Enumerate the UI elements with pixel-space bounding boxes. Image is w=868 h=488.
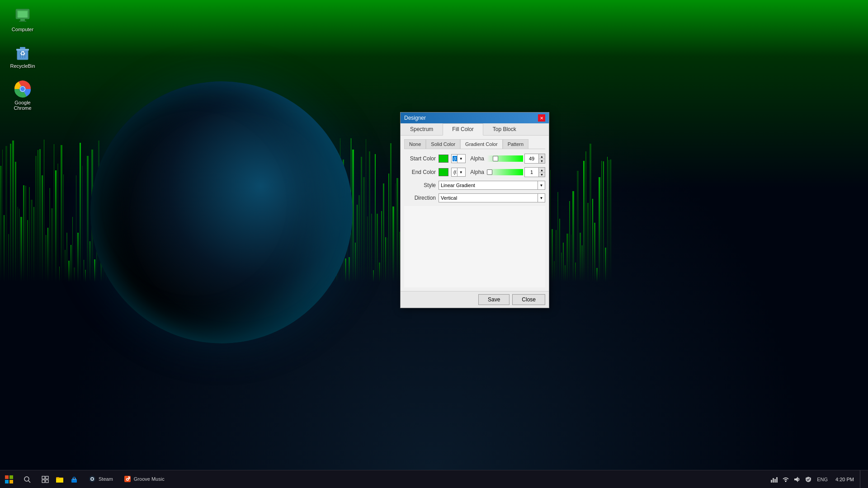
start-color-input[interactable] — [453, 156, 457, 161]
planet — [90, 81, 353, 343]
svg-rect-22 — [42, 480, 45, 483]
current-time: 4:20 PM — [835, 477, 854, 482]
svg-rect-37 — [771, 480, 772, 483]
svg-rect-36 — [129, 477, 130, 479]
end-alpha-value[interactable] — [525, 168, 538, 177]
taskbar: Steam Groove Music — [0, 470, 868, 488]
desktop: Computer ♻ RecycleBin — [0, 0, 868, 470]
sub-tab-none[interactable]: None — [404, 139, 426, 149]
dialog-content-area — [404, 206, 545, 287]
desktop-icon-recycle-bin[interactable]: ♻ RecycleBin — [5, 41, 41, 71]
style-select[interactable]: Linear Gradient Radial Gradient Conical … — [439, 183, 538, 188]
start-alpha-spinbox: ▲ ▼ — [524, 154, 545, 164]
groove-music-icon — [124, 475, 131, 483]
designer-dialog: Designer ✕ Spectrum Fill Color Top Block… — [400, 112, 549, 308]
svg-rect-40 — [776, 477, 778, 483]
svg-point-27 — [73, 479, 74, 479]
start-color-dropdown-arrow[interactable]: ▼ — [457, 155, 464, 163]
sub-tab-pattern[interactable]: Pattern — [503, 139, 528, 149]
computer-icon-label: Computer — [12, 27, 33, 32]
store-icon — [71, 476, 78, 483]
start-alpha-value[interactable] — [525, 154, 538, 163]
svg-line-19 — [28, 481, 30, 483]
end-color-swatch[interactable] — [439, 168, 448, 176]
chrome-icon — [14, 80, 32, 98]
taskbar-search-button[interactable] — [18, 470, 36, 488]
svg-marker-42 — [794, 477, 798, 482]
tab-top-block[interactable]: Top Block — [483, 123, 526, 135]
desktop-icon-computer[interactable]: Computer — [5, 5, 41, 34]
direction-dropdown-arrow[interactable]: ▼ — [538, 194, 545, 202]
end-alpha-up-button[interactable]: ▲ — [538, 168, 545, 172]
tray-stats-icon[interactable] — [770, 475, 779, 484]
taskbar-apps: Steam Groove Music — [83, 470, 765, 488]
style-dropdown[interactable]: Linear Gradient Radial Gradient Conical … — [439, 181, 545, 190]
direction-dropdown[interactable]: Vertical Horizontal Diagonal ▼ — [439, 193, 545, 202]
file-explorer-icon — [56, 476, 64, 483]
taskbar-task-view-button[interactable] — [38, 470, 52, 488]
start-alpha-spinbox-buttons: ▲ ▼ — [538, 154, 545, 163]
style-dropdown-arrow[interactable]: ▼ — [538, 181, 545, 189]
start-alpha-slider[interactable] — [487, 155, 523, 162]
tab-spectrum[interactable]: Spectrum — [401, 123, 443, 135]
svg-point-31 — [91, 478, 93, 480]
svg-rect-3 — [18, 11, 27, 18]
direction-select[interactable]: Vertical Horizontal Diagonal — [439, 195, 538, 201]
sub-tab-gradient-color[interactable]: Gradient Color — [460, 139, 503, 149]
end-color-row: End Color ▼ Alpha ▲ ▼ — [404, 167, 545, 177]
svg-text:♻: ♻ — [20, 50, 26, 57]
end-alpha-spinbox-buttons: ▲ ▼ — [538, 168, 545, 177]
style-row: Style Linear Gradient Radial Gradient Co… — [404, 181, 545, 190]
direction-label: Direction — [404, 195, 436, 201]
end-alpha-slider[interactable] — [487, 169, 523, 175]
svg-rect-23 — [46, 480, 48, 483]
taskbar-file-explorer-button[interactable] — [53, 470, 66, 488]
desktop-icon-google-chrome[interactable]: Google Chrome — [5, 78, 41, 113]
end-alpha-spinbox: ▲ ▼ — [524, 167, 545, 177]
svg-rect-35 — [128, 476, 129, 479]
end-alpha-down-button[interactable]: ▼ — [538, 172, 545, 177]
start-color-label: Start Color — [404, 155, 436, 162]
start-color-swatch[interactable] — [439, 155, 448, 163]
taskbar-app-groove-music[interactable]: Groove Music — [118, 470, 170, 488]
tab-fill-color[interactable]: Fill Color — [443, 123, 483, 136]
taskbar-start-button[interactable] — [0, 470, 18, 488]
tray-sound-icon[interactable] — [793, 475, 802, 484]
start-alpha-down-button[interactable]: ▼ — [538, 159, 545, 163]
network-activity-icon — [771, 476, 778, 483]
tray-security-icon[interactable] — [804, 475, 813, 484]
dialog-close-button[interactable]: ✕ — [538, 114, 545, 122]
sub-tabs: None Solid Color Gradient Color Pattern — [404, 139, 545, 149]
end-color-input[interactable] — [453, 169, 457, 175]
dialog-top-tabs: Spectrum Fill Color Top Block — [401, 123, 549, 136]
svg-rect-25 — [56, 479, 63, 483]
taskbar-store-button[interactable] — [67, 470, 81, 488]
language-label: ENG — [817, 477, 828, 482]
shield-icon — [805, 476, 811, 483]
svg-rect-38 — [773, 478, 774, 483]
end-color-dropdown-arrow[interactable]: ▼ — [457, 168, 464, 176]
svg-rect-4 — [20, 19, 25, 21]
dialog-titlebar: Designer ✕ — [401, 113, 549, 123]
desktop-icons: Computer ♻ RecycleBin — [5, 5, 41, 113]
save-button[interactable]: Save — [478, 294, 509, 305]
taskbar-time[interactable]: 4:20 PM — [832, 477, 858, 482]
close-button[interactable]: Close — [512, 294, 545, 305]
chrome-icon-label-2: Chrome — [14, 105, 31, 111]
tray-network-icon[interactable] — [781, 475, 790, 484]
recycle-bin-icon-label: RecycleBin — [10, 63, 35, 69]
svg-rect-21 — [46, 476, 48, 479]
taskbar-extra-icons — [36, 470, 83, 488]
start-alpha-up-button[interactable]: ▲ — [538, 154, 545, 159]
tray-show-desktop-button[interactable] — [860, 470, 863, 488]
wifi-icon — [782, 476, 789, 483]
taskbar-app-steam[interactable]: Steam — [83, 470, 118, 488]
svg-rect-39 — [774, 479, 776, 483]
start-color-input-container: ▼ — [451, 154, 466, 163]
task-view-icon — [42, 476, 49, 483]
svg-point-41 — [785, 480, 787, 482]
tray-language-indicator[interactable]: ENG — [815, 475, 830, 484]
computer-icon — [14, 7, 32, 25]
svg-point-28 — [75, 479, 75, 479]
sub-tab-solid-color[interactable]: Solid Color — [426, 139, 460, 149]
